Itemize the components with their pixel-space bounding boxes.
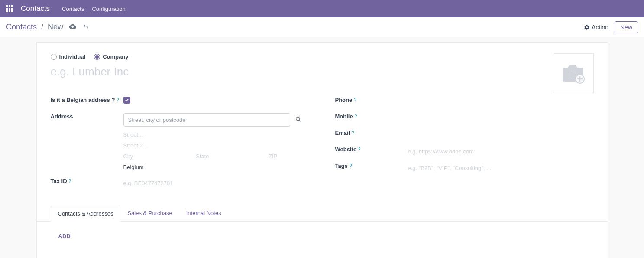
country-value[interactable]: Belgium bbox=[123, 162, 309, 173]
nav-contacts[interactable]: Contacts bbox=[62, 6, 84, 12]
address-search-input[interactable] bbox=[123, 113, 290, 127]
website-input[interactable] bbox=[408, 146, 594, 157]
contact-type-radios: Individual Company bbox=[51, 53, 594, 60]
email-input[interactable] bbox=[408, 130, 594, 140]
city-input[interactable] bbox=[123, 151, 191, 162]
tab-sales-purchase[interactable]: Sales & Purchase bbox=[120, 206, 179, 221]
subheader: Contacts / New Action New bbox=[0, 17, 644, 37]
check-icon bbox=[125, 98, 129, 102]
fields-grid: Is it a Belgian address ?? Address bbox=[51, 97, 594, 194]
name-input[interactable] bbox=[51, 65, 311, 78]
help-icon[interactable]: ? bbox=[358, 147, 361, 152]
breadcrumb-sep: / bbox=[41, 23, 43, 32]
new-button[interactable]: New bbox=[615, 21, 638, 33]
label-tags: Tags? bbox=[335, 163, 408, 169]
label-email: Email? bbox=[335, 130, 408, 136]
mobile-input[interactable] bbox=[408, 113, 594, 124]
topbar: Contacts Contacts Configuration bbox=[0, 0, 644, 17]
breadcrumb: Contacts / New bbox=[6, 23, 89, 32]
form-sheet: Individual Company Is it a Belgian addre… bbox=[36, 42, 608, 258]
breadcrumb-current: New bbox=[48, 23, 63, 32]
state-input[interactable] bbox=[196, 151, 263, 162]
help-icon[interactable]: ? bbox=[350, 163, 352, 168]
tabs: Contacts & Addresses Sales & Purchase In… bbox=[37, 206, 608, 222]
fields-col-right: Phone? Mobile? Email? bbox=[335, 97, 594, 194]
tab-contacts-addresses[interactable]: Contacts & Addresses bbox=[51, 206, 121, 222]
help-icon[interactable]: ? bbox=[355, 114, 357, 119]
search-icon[interactable] bbox=[295, 116, 301, 124]
radio-company[interactable]: Company bbox=[94, 53, 128, 60]
subheader-actions: Action New bbox=[584, 21, 638, 33]
tab-internal-notes[interactable]: Internal Notes bbox=[179, 206, 228, 221]
radio-icon bbox=[51, 54, 57, 60]
help-icon[interactable]: ? bbox=[354, 98, 356, 102]
fields-col-left: Is it a Belgian address ?? Address bbox=[51, 97, 309, 194]
gear-icon bbox=[584, 24, 590, 30]
street2-input[interactable] bbox=[123, 140, 309, 151]
label-address: Address bbox=[51, 113, 123, 120]
zip-input[interactable] bbox=[269, 151, 309, 162]
svg-point-3 bbox=[296, 117, 299, 121]
action-label: Action bbox=[592, 24, 608, 31]
svg-point-1 bbox=[569, 71, 576, 78]
action-button[interactable]: Action bbox=[584, 24, 608, 31]
help-icon[interactable]: ? bbox=[352, 131, 354, 135]
camera-icon bbox=[561, 62, 587, 84]
label-phone: Phone? bbox=[335, 97, 408, 103]
radio-label-individual: Individual bbox=[59, 53, 86, 60]
radio-icon bbox=[94, 54, 100, 60]
taxid-input[interactable] bbox=[123, 178, 309, 189]
help-icon[interactable]: ? bbox=[117, 98, 119, 102]
label-belgian: Is it a Belgian address ?? bbox=[51, 97, 123, 103]
tags-input[interactable] bbox=[408, 163, 594, 173]
belgian-checkbox[interactable] bbox=[123, 97, 130, 104]
nav-configuration[interactable]: Configuration bbox=[92, 6, 125, 12]
help-icon[interactable]: ? bbox=[69, 179, 71, 183]
radio-individual[interactable]: Individual bbox=[51, 53, 86, 60]
app-title: Contacts bbox=[21, 4, 50, 13]
street-input[interactable] bbox=[123, 129, 309, 140]
label-taxid: Tax ID? bbox=[51, 178, 123, 184]
form-wrap: Individual Company Is it a Belgian addre… bbox=[0, 37, 644, 258]
cloud-save-icon[interactable] bbox=[69, 23, 76, 31]
avatar-upload[interactable] bbox=[554, 53, 594, 93]
label-website: Website? bbox=[335, 146, 408, 153]
add-button[interactable]: ADD bbox=[58, 233, 71, 239]
phone-input[interactable] bbox=[408, 97, 594, 108]
breadcrumb-root[interactable]: Contacts bbox=[6, 23, 37, 32]
discard-icon[interactable] bbox=[82, 23, 89, 31]
apps-icon[interactable] bbox=[6, 5, 13, 12]
radio-label-company: Company bbox=[103, 53, 128, 60]
label-mobile: Mobile? bbox=[335, 113, 408, 120]
